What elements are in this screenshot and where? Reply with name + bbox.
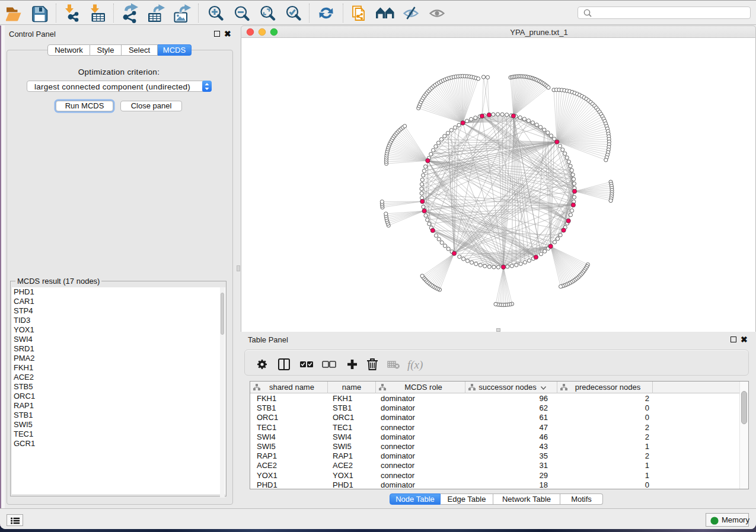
svg-text:f(x): f(x) <box>407 358 423 371</box>
